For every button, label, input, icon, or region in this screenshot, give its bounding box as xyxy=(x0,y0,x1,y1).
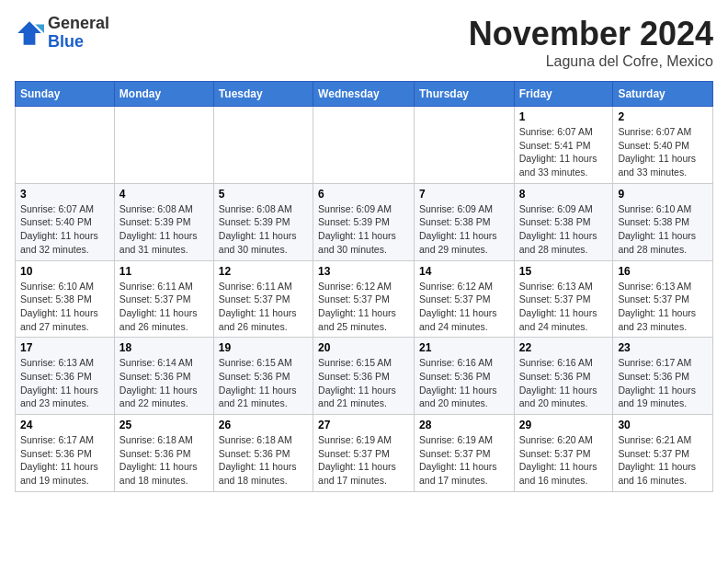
calendar-week-3: 17Sunrise: 6:13 AM Sunset: 5:36 PM Dayli… xyxy=(16,338,713,415)
page-header: General Blue November 2024 Laguna del Co… xyxy=(15,15,713,70)
calendar-week-2: 10Sunrise: 6:10 AM Sunset: 5:38 PM Dayli… xyxy=(16,260,713,338)
weekday-sunday: Sunday xyxy=(16,82,115,107)
day-number: 28 xyxy=(419,419,509,431)
day-number: 20 xyxy=(318,341,409,354)
calendar-cell xyxy=(114,107,213,184)
day-number: 5 xyxy=(219,188,308,201)
calendar-cell: 21Sunrise: 6:16 AM Sunset: 5:36 PM Dayli… xyxy=(414,338,514,415)
day-info: Sunrise: 6:12 AM Sunset: 5:37 PM Dayligh… xyxy=(419,280,509,334)
calendar-cell: 26Sunrise: 6:18 AM Sunset: 5:36 PM Dayli… xyxy=(213,415,313,492)
day-number: 30 xyxy=(618,419,708,431)
logo-text: General Blue xyxy=(48,15,109,52)
calendar-cell: 19Sunrise: 6:15 AM Sunset: 5:36 PM Dayli… xyxy=(213,338,313,415)
calendar-cell: 14Sunrise: 6:12 AM Sunset: 5:37 PM Dayli… xyxy=(414,260,514,338)
weekday-monday: Monday xyxy=(114,82,213,107)
calendar-cell xyxy=(414,107,514,184)
day-info: Sunrise: 6:09 AM Sunset: 5:38 PM Dayligh… xyxy=(519,202,609,257)
day-number: 26 xyxy=(219,419,308,431)
day-number: 19 xyxy=(219,341,308,354)
month-title: November 2024 xyxy=(469,15,713,53)
day-info: Sunrise: 6:07 AM Sunset: 5:40 PM Dayligh… xyxy=(618,125,708,179)
day-info: Sunrise: 6:16 AM Sunset: 5:36 PM Dayligh… xyxy=(419,356,509,410)
day-number: 17 xyxy=(20,341,109,354)
logo-general: General xyxy=(48,15,109,33)
calendar-cell: 20Sunrise: 6:15 AM Sunset: 5:36 PM Dayli… xyxy=(313,338,415,415)
day-info: Sunrise: 6:11 AM Sunset: 5:37 PM Dayligh… xyxy=(219,280,308,334)
day-info: Sunrise: 6:17 AM Sunset: 5:36 PM Dayligh… xyxy=(20,433,109,488)
day-number: 8 xyxy=(519,188,609,201)
calendar-cell: 27Sunrise: 6:19 AM Sunset: 5:37 PM Dayli… xyxy=(313,415,415,492)
day-info: Sunrise: 6:18 AM Sunset: 5:36 PM Dayligh… xyxy=(219,433,308,488)
day-info: Sunrise: 6:17 AM Sunset: 5:36 PM Dayligh… xyxy=(618,356,708,410)
day-number: 11 xyxy=(119,265,209,278)
calendar-cell: 2Sunrise: 6:07 AM Sunset: 5:40 PM Daylig… xyxy=(613,107,713,184)
calendar-cell: 6Sunrise: 6:09 AM Sunset: 5:39 PM Daylig… xyxy=(313,183,415,260)
calendar-cell: 17Sunrise: 6:13 AM Sunset: 5:36 PM Dayli… xyxy=(16,338,115,415)
calendar-cell: 25Sunrise: 6:18 AM Sunset: 5:36 PM Dayli… xyxy=(114,415,213,492)
day-number: 23 xyxy=(618,341,708,354)
day-number: 1 xyxy=(519,110,609,123)
calendar-week-0: 1Sunrise: 6:07 AM Sunset: 5:41 PM Daylig… xyxy=(16,107,713,184)
calendar-cell: 9Sunrise: 6:10 AM Sunset: 5:38 PM Daylig… xyxy=(613,183,713,260)
day-info: Sunrise: 6:13 AM Sunset: 5:37 PM Dayligh… xyxy=(519,280,609,334)
day-number: 9 xyxy=(618,188,708,201)
day-info: Sunrise: 6:09 AM Sunset: 5:39 PM Dayligh… xyxy=(318,202,409,257)
day-info: Sunrise: 6:15 AM Sunset: 5:36 PM Dayligh… xyxy=(219,356,308,410)
calendar-cell: 16Sunrise: 6:13 AM Sunset: 5:37 PM Dayli… xyxy=(613,260,713,338)
calendar-cell: 1Sunrise: 6:07 AM Sunset: 5:41 PM Daylig… xyxy=(514,107,613,184)
calendar-cell: 30Sunrise: 6:21 AM Sunset: 5:37 PM Dayli… xyxy=(613,415,713,492)
day-number: 29 xyxy=(519,419,609,431)
day-number: 24 xyxy=(20,419,109,431)
calendar-cell: 8Sunrise: 6:09 AM Sunset: 5:38 PM Daylig… xyxy=(514,183,613,260)
calendar-cell: 3Sunrise: 6:07 AM Sunset: 5:40 PM Daylig… xyxy=(16,183,115,260)
day-info: Sunrise: 6:14 AM Sunset: 5:36 PM Dayligh… xyxy=(119,356,209,410)
day-info: Sunrise: 6:18 AM Sunset: 5:36 PM Dayligh… xyxy=(119,433,209,488)
day-number: 6 xyxy=(318,188,409,201)
calendar-cell: 7Sunrise: 6:09 AM Sunset: 5:38 PM Daylig… xyxy=(414,183,514,260)
day-number: 7 xyxy=(419,188,509,201)
calendar-cell xyxy=(213,107,313,184)
day-number: 13 xyxy=(318,265,409,278)
day-number: 21 xyxy=(419,341,509,354)
day-number: 4 xyxy=(119,188,209,201)
calendar-cell: 23Sunrise: 6:17 AM Sunset: 5:36 PM Dayli… xyxy=(613,338,713,415)
logo: General Blue xyxy=(15,15,109,52)
day-number: 10 xyxy=(20,265,109,278)
day-number: 15 xyxy=(519,265,609,278)
weekday-wednesday: Wednesday xyxy=(313,82,415,107)
logo-blue: Blue xyxy=(48,33,109,52)
day-info: Sunrise: 6:08 AM Sunset: 5:39 PM Dayligh… xyxy=(219,202,308,257)
calendar-week-4: 24Sunrise: 6:17 AM Sunset: 5:36 PM Dayli… xyxy=(16,415,713,492)
day-info: Sunrise: 6:08 AM Sunset: 5:39 PM Dayligh… xyxy=(119,202,209,257)
day-info: Sunrise: 6:12 AM Sunset: 5:37 PM Dayligh… xyxy=(318,280,409,334)
day-number: 2 xyxy=(618,110,708,123)
day-info: Sunrise: 6:20 AM Sunset: 5:37 PM Dayligh… xyxy=(519,433,609,488)
weekday-saturday: Saturday xyxy=(613,82,713,107)
day-info: Sunrise: 6:10 AM Sunset: 5:38 PM Dayligh… xyxy=(618,202,708,257)
day-info: Sunrise: 6:11 AM Sunset: 5:37 PM Dayligh… xyxy=(119,280,209,334)
day-info: Sunrise: 6:19 AM Sunset: 5:37 PM Dayligh… xyxy=(318,433,409,488)
calendar-cell: 5Sunrise: 6:08 AM Sunset: 5:39 PM Daylig… xyxy=(213,183,313,260)
calendar-cell: 28Sunrise: 6:19 AM Sunset: 5:37 PM Dayli… xyxy=(414,415,514,492)
day-number: 3 xyxy=(20,188,109,201)
day-info: Sunrise: 6:07 AM Sunset: 5:41 PM Dayligh… xyxy=(519,125,609,179)
day-number: 14 xyxy=(419,265,509,278)
day-info: Sunrise: 6:10 AM Sunset: 5:38 PM Dayligh… xyxy=(20,280,109,334)
calendar-body: 1Sunrise: 6:07 AM Sunset: 5:41 PM Daylig… xyxy=(16,107,713,492)
day-info: Sunrise: 6:09 AM Sunset: 5:38 PM Dayligh… xyxy=(419,202,509,257)
calendar-table: SundayMondayTuesdayWednesdayThursdayFrid… xyxy=(15,81,713,492)
weekday-header-row: SundayMondayTuesdayWednesdayThursdayFrid… xyxy=(16,82,713,107)
calendar-cell: 12Sunrise: 6:11 AM Sunset: 5:37 PM Dayli… xyxy=(213,260,313,338)
logo-icon xyxy=(15,18,44,48)
day-number: 22 xyxy=(519,341,609,354)
day-number: 25 xyxy=(119,419,209,431)
calendar-cell: 4Sunrise: 6:08 AM Sunset: 5:39 PM Daylig… xyxy=(114,183,213,260)
day-info: Sunrise: 6:15 AM Sunset: 5:36 PM Dayligh… xyxy=(318,356,409,410)
day-info: Sunrise: 6:13 AM Sunset: 5:36 PM Dayligh… xyxy=(20,356,109,410)
day-info: Sunrise: 6:13 AM Sunset: 5:37 PM Dayligh… xyxy=(618,280,708,334)
calendar-cell xyxy=(313,107,415,184)
calendar-cell: 22Sunrise: 6:16 AM Sunset: 5:36 PM Dayli… xyxy=(514,338,613,415)
title-block: November 2024 Laguna del Cofre, Mexico xyxy=(469,15,713,70)
day-info: Sunrise: 6:16 AM Sunset: 5:36 PM Dayligh… xyxy=(519,356,609,410)
weekday-thursday: Thursday xyxy=(414,82,514,107)
